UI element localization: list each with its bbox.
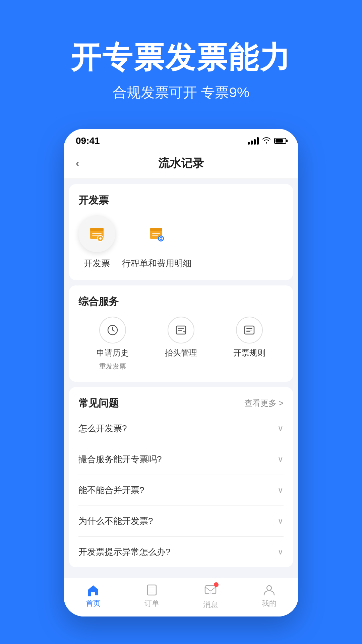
tab-mine-label: 我的 xyxy=(262,598,277,608)
tab-mine[interactable]: 我的 xyxy=(240,584,298,610)
tab-home[interactable]: 首页 xyxy=(64,584,122,610)
svg-rect-2 xyxy=(92,233,102,234)
profile-icon xyxy=(263,584,276,596)
tab-message-label: 消息 xyxy=(203,600,218,610)
faq-item-text-3: 为什么不能开发票? xyxy=(78,515,153,527)
rules-icon xyxy=(243,323,256,337)
svg-rect-15 xyxy=(176,326,186,334)
svg-rect-1 xyxy=(90,228,104,231)
service-icon-wrap-header xyxy=(168,317,194,343)
faq-section: 常见问题 查看更多 > 怎么开发票? ∨ 撮合服务能开专票吗? ∨ 能不能合并开… xyxy=(69,387,293,567)
faq-chevron-3: ∨ xyxy=(278,516,284,526)
faq-chevron-1: ∨ xyxy=(278,454,284,464)
faq-chevron-4: ∨ xyxy=(278,547,284,556)
faq-item-1[interactable]: 撮合服务能开专票吗? ∨ xyxy=(78,444,284,475)
faq-item-3[interactable]: 为什么不能开发票? ∨ xyxy=(78,505,284,536)
invoice-open-label: 开发票 xyxy=(84,258,110,269)
service-history-label: 申请历史 xyxy=(97,347,129,358)
faq-item-text-1: 撮合服务能开专票吗? xyxy=(78,453,162,465)
faq-chevron-2: ∨ xyxy=(278,485,284,495)
hero-subtitle: 合规发票可开 专票9% xyxy=(20,83,342,102)
faq-title: 常见问题 xyxy=(78,396,119,410)
history-icon xyxy=(106,323,119,337)
header-manage-icon xyxy=(174,323,188,337)
service-item-header[interactable]: 抬头管理 xyxy=(147,317,215,371)
svg-rect-10 xyxy=(152,235,158,236)
faq-more-button[interactable]: 查看更多 > xyxy=(244,398,284,409)
page-title: 流水记录 xyxy=(158,156,204,171)
faq-item-text-0: 怎么开发票? xyxy=(78,423,127,434)
back-button[interactable]: ‹ xyxy=(76,157,79,169)
service-header-label: 抬头管理 xyxy=(165,347,197,358)
invoice-item-itinerary[interactable]: 行程单和费用明细 xyxy=(122,215,192,269)
phone-mockup: 09:41 xyxy=(64,129,298,616)
invoice-icon-wrap-open xyxy=(78,215,115,252)
itinerary-label: 行程单和费用明细 xyxy=(122,258,192,269)
invoice-section: 开发票 xyxy=(69,184,293,280)
status-time: 09:41 xyxy=(76,136,100,146)
faq-item-4[interactable]: 开发票提示异常怎么办? ∨ xyxy=(78,536,284,567)
svg-rect-3 xyxy=(92,235,99,236)
invoice-items: 开发票 xyxy=(78,215,284,269)
service-item-history[interactable]: 申请历史 重发发票 xyxy=(78,317,147,371)
tab-home-label: 首页 xyxy=(86,598,101,608)
service-section-title: 综合服务 xyxy=(78,295,284,309)
message-badge xyxy=(214,582,219,587)
main-content: 开发票 xyxy=(64,179,298,578)
phone-wrapper: 09:41 xyxy=(0,129,362,637)
faq-item-text-2: 能不能合并开票? xyxy=(78,484,144,496)
invoice-section-title: 开发票 xyxy=(78,194,284,207)
itinerary-icon xyxy=(147,224,166,243)
faq-header: 常见问题 查看更多 > xyxy=(78,396,284,410)
faq-item-text-4: 开发票提示异常怎么办? xyxy=(78,546,170,558)
service-icon-wrap-history xyxy=(99,317,126,343)
tab-message-badge-wrap xyxy=(204,584,217,598)
wifi-icon xyxy=(262,136,271,146)
signal-icon xyxy=(248,137,259,145)
tab-order-label: 订单 xyxy=(144,598,159,608)
tab-order[interactable]: 订单 xyxy=(122,584,181,610)
svg-rect-6 xyxy=(100,237,101,240)
order-icon xyxy=(145,584,158,596)
faq-item-0[interactable]: 怎么开发票? ∨ xyxy=(78,413,284,444)
status-bar: 09:41 xyxy=(64,129,298,150)
hero-section: 开专票发票能力 合规发票可开 专票9% xyxy=(0,0,362,129)
service-items: 申请历史 重发发票 抬头管理 xyxy=(78,317,284,371)
service-history-sublabel: 重发发票 xyxy=(99,362,126,371)
invoice-open-icon xyxy=(87,224,106,243)
svg-rect-8 xyxy=(150,228,162,231)
home-icon xyxy=(86,584,100,596)
tab-bar: 首页 订单 消息 xyxy=(64,578,298,616)
invoice-item-open[interactable]: 开发票 xyxy=(78,215,115,269)
battery-icon xyxy=(274,138,286,144)
service-rules-label: 开票规则 xyxy=(233,347,265,358)
tab-message[interactable]: 消息 xyxy=(181,584,240,610)
status-icons xyxy=(248,136,286,146)
invoice-icon-wrap-itinerary xyxy=(138,215,175,252)
hero-title: 开专票发票能力 xyxy=(20,40,342,75)
faq-item-2[interactable]: 能不能合并开票? ∨ xyxy=(78,475,284,505)
service-item-rules[interactable]: 开票规则 xyxy=(215,317,284,371)
svg-point-13 xyxy=(160,238,162,239)
service-section: 综合服务 申请历史 重发发票 xyxy=(69,285,293,382)
svg-point-19 xyxy=(267,586,272,590)
nav-header: ‹ 流水记录 xyxy=(64,150,298,179)
svg-rect-9 xyxy=(152,233,160,234)
service-icon-wrap-rules xyxy=(236,317,263,343)
faq-chevron-0: ∨ xyxy=(278,424,284,433)
